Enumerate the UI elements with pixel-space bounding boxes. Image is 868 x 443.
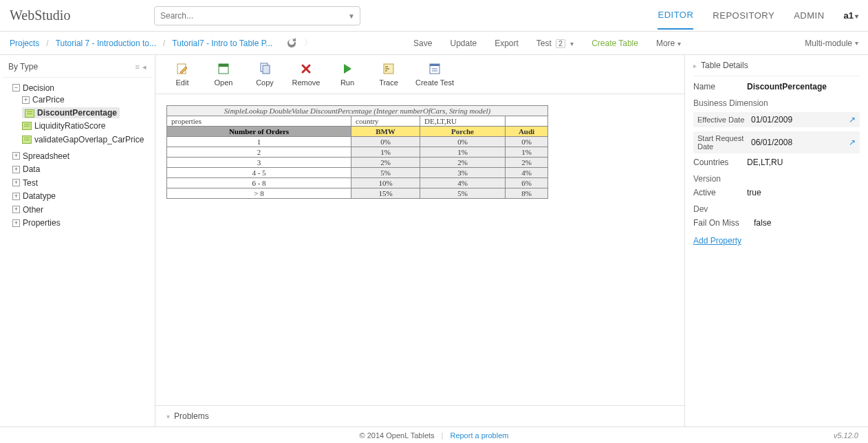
tree-validate[interactable]: validateGapOverlap_CarPrice xyxy=(34,135,144,144)
report-problem-link[interactable]: Report a problem xyxy=(450,431,508,440)
app-logo: WebStudio xyxy=(10,8,154,23)
effective-date-key: Effective Date xyxy=(697,116,747,124)
tab-repository[interactable]: REPOSITORY xyxy=(713,2,774,29)
edit-icon[interactable]: ↗ xyxy=(849,138,856,147)
porche-cell: 0% xyxy=(420,137,506,147)
copy-button[interactable]: Copy xyxy=(250,62,279,87)
chevron-down-icon: ▾ xyxy=(677,40,681,47)
create-test-icon xyxy=(428,62,442,76)
refresh-icon[interactable] xyxy=(286,38,297,49)
list-icon[interactable]: ≡ xyxy=(135,63,140,72)
tab-admin[interactable]: ADMIN xyxy=(794,2,824,29)
tree-discount[interactable]: DiscountPercentage xyxy=(37,108,117,118)
export-link[interactable]: Export xyxy=(495,39,519,48)
effective-date-value: 01/01/2009 xyxy=(751,115,845,125)
table-row: > 815%5%8% xyxy=(167,188,548,199)
run-button[interactable]: Run xyxy=(333,62,362,87)
edit-icon[interactable]: ↗ xyxy=(849,115,856,125)
run-label: Run xyxy=(340,78,354,87)
tree-test[interactable]: Test xyxy=(23,178,38,188)
tree-toggle[interactable]: + xyxy=(12,193,20,200)
tree-spreadsheet[interactable]: Spreadsheet xyxy=(23,151,69,161)
module-selector[interactable]: Multi-module▾ xyxy=(805,39,858,48)
tab-editor[interactable]: EDITOR xyxy=(658,1,693,30)
breadcrumb-sep: / xyxy=(163,39,165,48)
tree-datatype[interactable]: Datatype xyxy=(23,191,56,201)
sidebar-title: By Type xyxy=(8,62,38,72)
chevron-right-icon: ▸ xyxy=(693,62,697,69)
tree-carprice[interactable]: CarPrice xyxy=(32,95,65,105)
test-link[interactable]: Test 2 ▾ xyxy=(536,39,574,48)
bmw-cell: 0% xyxy=(351,137,420,147)
search-input[interactable] xyxy=(154,6,360,25)
table-row: 21%1%1% xyxy=(167,147,548,158)
table-icon xyxy=(22,122,32,130)
breadcrumb-projects[interactable]: Projects xyxy=(10,39,39,48)
properties-label: properties xyxy=(167,116,351,127)
table-row: 6 - 810%4%6% xyxy=(167,178,548,188)
table-row: 10%0%0% xyxy=(167,137,548,147)
audi-cell: 8% xyxy=(506,188,548,199)
brand-audi-header: Audi xyxy=(506,127,548,137)
tree-toggle[interactable]: + xyxy=(12,166,20,173)
bmw-cell: 5% xyxy=(351,168,420,178)
edit-icon xyxy=(175,62,189,76)
lookup-table: SimpleLookup DoubleValue DiscountPercent… xyxy=(166,105,548,199)
user-menu[interactable]: a1▾ xyxy=(844,10,858,21)
active-value: true xyxy=(747,188,860,197)
chevron-down-icon: ▾ xyxy=(855,12,858,20)
version-section: Version xyxy=(693,174,860,184)
tree-properties[interactable]: Properties xyxy=(23,218,61,228)
tree-toggle[interactable]: + xyxy=(12,179,20,186)
breadcrumb-tutorial7a[interactable]: Tutorial 7 - Introduction to... xyxy=(56,39,156,48)
table-row: 4 - 55%3%4% xyxy=(167,168,548,178)
countries-key: Countries xyxy=(693,158,743,167)
remove-button[interactable]: Remove xyxy=(292,62,321,87)
footer-sep: | xyxy=(442,431,444,440)
create-table-link[interactable]: Create Table xyxy=(592,39,638,48)
dev-section: Dev xyxy=(693,204,860,214)
edit-button[interactable]: Edit xyxy=(168,62,197,87)
table-row: 32%2%2% xyxy=(167,158,548,168)
update-link[interactable]: Update xyxy=(450,39,477,48)
tree-other[interactable]: Other xyxy=(23,205,43,215)
tree-toggle[interactable]: + xyxy=(22,96,30,104)
edit-label: Edit xyxy=(176,78,189,87)
create-test-label: Create Test xyxy=(415,78,454,87)
tree-liquidity[interactable]: LiquidityRatioScore xyxy=(34,121,105,131)
num-cell: 1 xyxy=(167,137,351,147)
user-label: a1 xyxy=(844,10,854,21)
svg-rect-4 xyxy=(263,65,270,74)
trace-label: Trace xyxy=(379,78,398,87)
tree-toggle[interactable]: − xyxy=(12,84,20,91)
problems-label: Problems xyxy=(174,411,209,421)
bmw-cell: 2% xyxy=(351,158,420,168)
trace-button[interactable]: Trace xyxy=(374,62,403,87)
porche-cell: 3% xyxy=(420,168,506,178)
porche-cell: 5% xyxy=(420,188,506,199)
create-test-button[interactable]: Create Test xyxy=(415,62,454,87)
breadcrumb-tutorial7b[interactable]: Tutorial7 - Intro to Table P... xyxy=(172,39,272,48)
collapse-left-icon[interactable]: ◂ xyxy=(142,63,147,72)
audi-cell: 0% xyxy=(506,137,548,147)
bmw-cell: 15% xyxy=(351,188,420,199)
tree-decision[interactable]: Decision xyxy=(23,83,54,93)
tree-toggle[interactable]: + xyxy=(12,219,20,227)
save-link[interactable]: Save xyxy=(413,39,432,48)
test-label: Test xyxy=(536,39,552,48)
countries-value: DE,LT,RU xyxy=(747,158,860,167)
porche-cell: 2% xyxy=(420,158,506,168)
business-dimension-section: Business Dimension xyxy=(693,98,860,108)
problems-panel-toggle[interactable]: ▾ Problems xyxy=(155,405,684,426)
add-property-link[interactable]: Add Property xyxy=(693,236,741,246)
breadcrumb-sep: / xyxy=(46,39,48,48)
remove-label: Remove xyxy=(292,78,321,87)
brand-bmw-header: BMW xyxy=(351,127,420,137)
tree-toggle[interactable]: + xyxy=(12,206,20,213)
chevron-down-icon: ▾ xyxy=(166,413,170,420)
tree-data[interactable]: Data xyxy=(23,164,40,174)
more-link[interactable]: More▾ xyxy=(656,39,681,48)
tree-toggle[interactable]: + xyxy=(12,152,20,160)
open-button[interactable]: Open xyxy=(209,62,238,87)
audi-cell: 6% xyxy=(506,178,548,188)
